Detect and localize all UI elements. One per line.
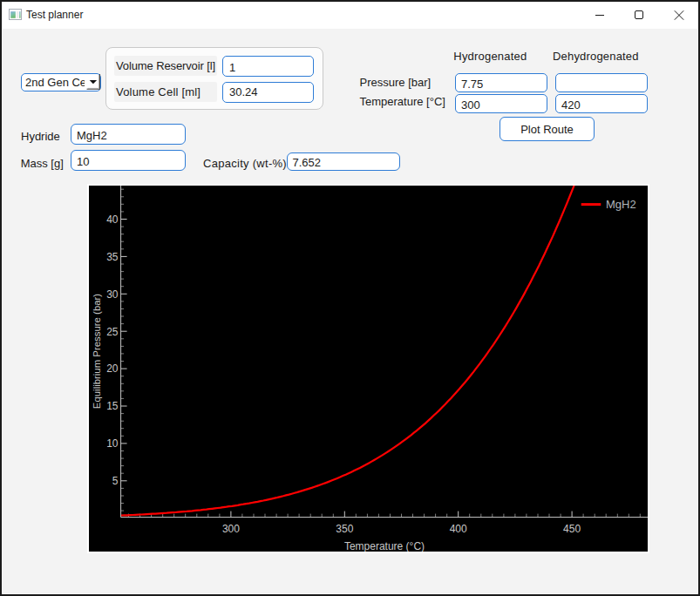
svg-text:Temperature (°C): Temperature (°C) (344, 540, 425, 552)
svg-text:25: 25 (106, 326, 119, 338)
svg-text:450: 450 (563, 523, 581, 535)
svg-text:300: 300 (222, 523, 240, 535)
svg-text:40: 40 (106, 213, 119, 226)
svg-text:20: 20 (106, 362, 119, 375)
svg-text:Equilibrium Pressure (bar): Equilibrium Pressure (bar) (92, 294, 102, 410)
svg-text:400: 400 (450, 523, 467, 535)
svg-text:30: 30 (106, 288, 119, 301)
svg-text:5: 5 (112, 475, 119, 487)
svg-text:35: 35 (106, 251, 119, 263)
svg-text:15: 15 (106, 400, 119, 412)
svg-text:MgH2: MgH2 (606, 198, 636, 211)
svg-text:10: 10 (106, 437, 119, 450)
svg-text:350: 350 (336, 523, 353, 535)
